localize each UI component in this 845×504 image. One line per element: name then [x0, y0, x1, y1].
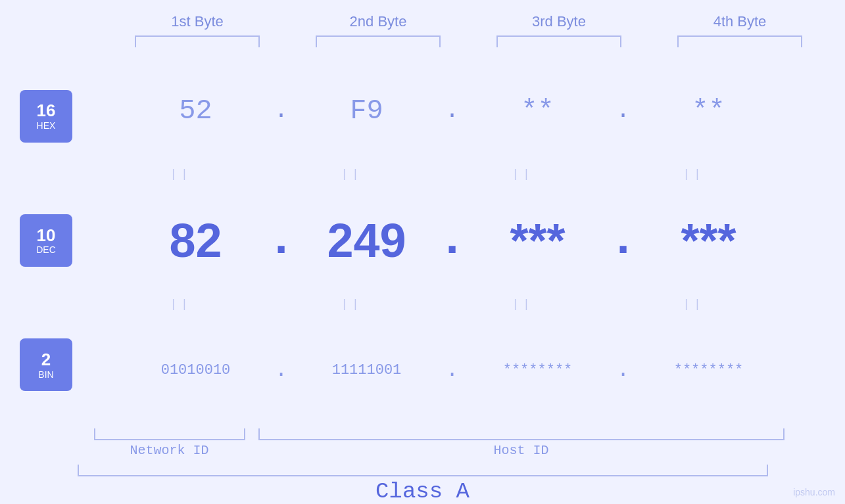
- bin-value-2: 11111001: [332, 362, 402, 378]
- equals-8: ||: [621, 298, 766, 313]
- bracket-top-2: [316, 35, 441, 47]
- badges-column: 16 HEX 10 DEC 2 BIN: [0, 54, 92, 427]
- dec-value-2: 249: [327, 214, 406, 267]
- hex-cell-2: F9: [295, 95, 439, 127]
- byte1-label: 1st Byte: [125, 13, 270, 30]
- dec-badge-label: DEC: [36, 244, 56, 255]
- dec-badge-num: 10: [37, 226, 56, 245]
- bin-cell-1: 01010010: [124, 362, 268, 378]
- hex-value-3: **: [521, 95, 554, 127]
- dec-value-3: ***: [510, 214, 565, 267]
- top-brackets-row: [107, 35, 831, 47]
- dec-cell-2: 249: [295, 214, 439, 267]
- dec-dot-2: .: [439, 214, 466, 267]
- bin-value-1: 01010010: [161, 362, 231, 378]
- bottom-brackets-row: [94, 428, 785, 440]
- equals-7: ||: [450, 298, 595, 313]
- bin-row-content: 01010010 . 11111001 . ******** . *******…: [124, 358, 814, 382]
- byte3-label: 3rd Byte: [487, 13, 631, 30]
- dec-cell-4: ***: [637, 214, 781, 267]
- dec-value-1: 82: [169, 214, 222, 267]
- label-gap: [245, 443, 258, 458]
- hex-value-4: **: [692, 95, 725, 127]
- bin-cell-4: ********: [637, 362, 781, 378]
- hex-dot-3: .: [610, 97, 637, 124]
- eq-gap-1: [253, 168, 279, 183]
- eq-gap-6: [424, 298, 450, 313]
- rows-area: 16 HEX 10 DEC 2 BIN 52 .: [0, 54, 845, 427]
- equals-3: ||: [450, 168, 595, 183]
- hex-dot-1: .: [268, 97, 295, 124]
- bracket-host: [258, 428, 785, 440]
- equals-2: ||: [279, 168, 424, 183]
- bin-value-4: ********: [674, 362, 744, 378]
- dec-dot-1: .: [268, 214, 295, 267]
- bracket-class: [78, 465, 768, 476]
- bracket-top-4: [677, 35, 802, 47]
- watermark: ipshu.com: [793, 487, 835, 497]
- bracket-top-3: [496, 35, 621, 47]
- dec-cell-3: ***: [466, 214, 610, 267]
- hex-badge-num: 16: [37, 101, 56, 120]
- equals-6: ||: [279, 298, 424, 313]
- hex-value-2: F9: [350, 95, 383, 127]
- network-host-labels: Network ID Host ID: [94, 443, 785, 458]
- dec-row-content: 82 . 249 . *** . ***: [124, 214, 814, 267]
- bin-cell-3: ********: [466, 362, 610, 378]
- bin-dot-3: .: [610, 358, 637, 382]
- eq-gap-5: [253, 298, 279, 313]
- hex-cell-4: **: [637, 95, 781, 127]
- hex-cell-3: **: [466, 95, 610, 127]
- hex-badge: 16 HEX: [20, 90, 72, 143]
- bin-row: 01010010 . 11111001 . ******** . *******…: [92, 313, 845, 427]
- hex-row-content: 52 . F9 . ** . **: [124, 95, 814, 127]
- eq-gap-3: [595, 168, 621, 183]
- equals-row-2: || || || ||: [92, 298, 783, 313]
- dec-value-4: ***: [681, 214, 736, 267]
- equals-row-1: || || || ||: [92, 168, 783, 183]
- bin-badge: 2 BIN: [20, 338, 72, 391]
- hex-badge-label: HEX: [37, 120, 56, 131]
- bracket-network: [94, 428, 245, 440]
- bracket-top-1: [135, 35, 260, 47]
- hex-cell-1: 52: [124, 95, 268, 127]
- hex-row: 52 . F9 . ** . **: [92, 54, 845, 168]
- dec-badge: 10 DEC: [20, 214, 72, 267]
- bin-value-3: ********: [503, 362, 573, 378]
- dec-dot-3: .: [610, 214, 637, 267]
- class-bracket-row: [78, 465, 768, 476]
- dec-cell-1: 82: [124, 214, 268, 267]
- hex-dot-2: .: [439, 97, 466, 124]
- bin-badge-label: BIN: [38, 369, 53, 380]
- network-id-label: Network ID: [94, 443, 245, 458]
- dec-row: 82 . 249 . *** . ***: [92, 183, 845, 297]
- equals-5: ||: [109, 298, 253, 313]
- bracket-gap: [245, 428, 258, 440]
- byte2-label: 2nd Byte: [306, 13, 450, 30]
- byte-labels-row: 1st Byte 2nd Byte 3rd Byte 4th Byte: [107, 13, 831, 30]
- data-area: 52 . F9 . ** . **: [92, 54, 845, 427]
- main-container: 1st Byte 2nd Byte 3rd Byte 4th Byte 16 H…: [0, 0, 845, 504]
- bin-dot-2: .: [439, 358, 466, 382]
- equals-1: ||: [109, 168, 253, 183]
- hex-value-1: 52: [179, 95, 212, 127]
- bin-dot-1: .: [268, 358, 295, 382]
- class-label: Class A: [375, 479, 470, 504]
- eq-gap-2: [424, 168, 450, 183]
- host-id-label: Host ID: [258, 443, 785, 458]
- eq-gap-7: [595, 298, 621, 313]
- bin-badge-num: 2: [41, 350, 51, 369]
- equals-4: ||: [621, 168, 766, 183]
- bin-cell-2: 11111001: [295, 362, 439, 378]
- byte4-label: 4th Byte: [667, 13, 812, 30]
